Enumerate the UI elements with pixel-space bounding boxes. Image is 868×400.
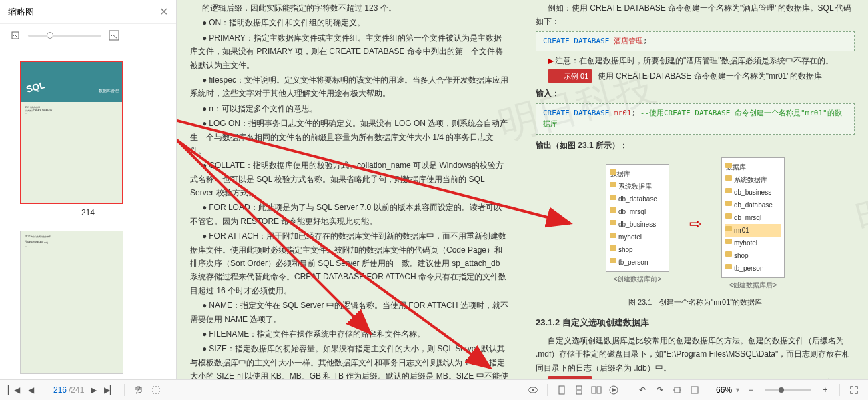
thumbnail-item[interactable]: 23.1.2 自定义选项创建数据库...CREATE DATABASE mrkj…	[20, 231, 156, 374]
thumb-large-icon[interactable]	[108, 29, 120, 41]
zoom-out-button[interactable]: −	[743, 383, 758, 397]
page-right: 例如：使用 CREATE DATABASE 命令创建一个名称为"酒店管理"的数据…	[522, 0, 868, 379]
thumb-small-icon[interactable]	[9, 29, 21, 41]
sidebar-title: 缩略图	[8, 6, 34, 18]
view-mode-button[interactable]	[526, 383, 540, 397]
rotate-right-button[interactable]: ↷	[653, 383, 667, 397]
svg-rect-16	[675, 387, 680, 393]
figure-caption: 图 23.1 创建一个名称为"mr01"的数据库	[536, 296, 855, 309]
section-heading: 23.1.2 自定义选项创建数据库	[536, 315, 855, 330]
code-block: CREATE DATABASE mr01; --使用CREATE DATABAS…	[536, 103, 855, 135]
bottom-toolbar: ▏◀ ◀ /241 ▶ ▶▏ ↶ ↷ 66% ▼ − +	[0, 379, 868, 400]
page-total: /241	[69, 385, 84, 395]
svg-rect-11	[576, 391, 582, 394]
thumbnail-list[interactable]: SQL数据库管理 23.1 创建数据库用户使用CREATE DATABASE..…	[0, 47, 176, 379]
example-badge: 示例 01	[548, 69, 592, 83]
thumbnail-label: 214	[20, 208, 156, 217]
page-left: 的逻辑后缀，因此实际能指定的字符数不超过 123 个。 ON：指明数据库文件和文…	[177, 0, 522, 379]
fit-page-button[interactable]	[687, 383, 702, 397]
svg-rect-6	[153, 387, 159, 393]
thumb-size-slider[interactable]	[28, 35, 101, 37]
zoom-dropdown-icon[interactable]: ▼	[735, 387, 741, 393]
rotate-left-button[interactable]: ↶	[635, 383, 650, 397]
last-page-button[interactable]: ▶▏	[103, 383, 117, 397]
page-number-input[interactable]	[40, 385, 67, 395]
first-page-button[interactable]: ▏◀	[7, 383, 21, 397]
fit-width-button[interactable]	[670, 383, 685, 397]
close-icon[interactable]: ✕	[159, 5, 168, 18]
svg-marker-15	[612, 388, 616, 392]
example-badge: 示例 02	[548, 376, 592, 379]
hand-tool-button[interactable]	[131, 383, 146, 397]
svg-rect-10	[576, 386, 582, 389]
facing-page-button[interactable]	[589, 383, 604, 397]
fullscreen-button[interactable]	[847, 383, 861, 397]
svg-rect-9	[559, 386, 564, 394]
svg-point-8	[532, 389, 534, 391]
thumbnail-item[interactable]: SQL数据库管理 23.1 创建数据库用户使用CREATE DATABASE..…	[20, 61, 156, 217]
code-block: CREATE DATABASE 酒店管理;	[536, 31, 855, 52]
next-page-button[interactable]: ▶	[86, 383, 101, 397]
arrow-right-icon: ⇨	[689, 211, 701, 236]
zoom-level: 66%	[716, 385, 732, 395]
single-page-button[interactable]	[554, 383, 569, 397]
select-tool-button[interactable]	[149, 383, 163, 397]
zoom-slider[interactable]	[765, 389, 811, 391]
db-tree-comparison: 数据库 系统数据库 db_database db_mrsql db_busine…	[536, 157, 855, 291]
svg-rect-17	[691, 387, 698, 393]
svg-rect-12	[592, 387, 596, 393]
svg-rect-13	[597, 387, 601, 393]
play-button[interactable]	[606, 383, 621, 397]
thumbnail-sidebar: 缩略图 ✕ SQL数据库管理 23.1 创建数据库用户使用CREATE DATA…	[0, 0, 177, 379]
continuous-page-button[interactable]	[572, 383, 586, 397]
document-viewport[interactable]: 明日科技 明日科技 的逻辑后缀，因此实际能指定的字符数不超过 123 个。 ON…	[177, 0, 868, 379]
prev-page-button[interactable]: ◀	[23, 383, 38, 397]
zoom-in-button[interactable]: +	[818, 383, 833, 397]
